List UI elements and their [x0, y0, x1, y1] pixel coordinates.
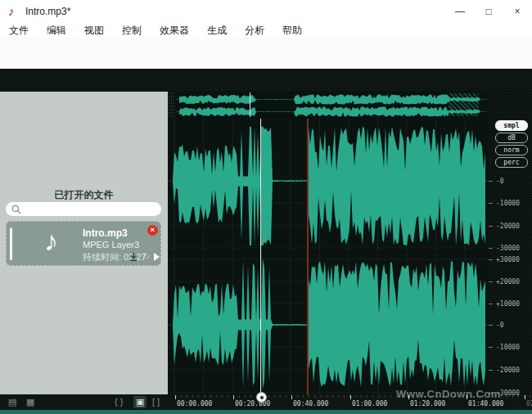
axis-tick [489, 347, 493, 348]
search-input[interactable] [25, 204, 159, 215]
ruler-minor-tick [187, 395, 187, 398]
axis-label: +10000 [496, 300, 520, 308]
ruler-minor-tick [338, 395, 339, 398]
menu-item-7[interactable]: 帮助 [273, 23, 311, 38]
ruler-label: 00:20.000 [235, 400, 270, 407]
braces-view-icon[interactable]: { } [115, 396, 123, 408]
watermark-text: Www.CnDown.Com [396, 388, 501, 400]
ruler-minor-tick [512, 395, 513, 398]
scale-button-norm[interactable]: norm [495, 145, 528, 155]
ruler-minor-tick [181, 395, 182, 398]
ruler-minor-tick [286, 395, 286, 398]
file-card[interactable]: ♪ Intro.mp3 MPEG Layer3 持续时间: 02:27 × ↻ [6, 221, 161, 266]
main-waveform[interactable] [168, 119, 489, 395]
ruler-minor-tick [198, 395, 199, 398]
menu-item-2[interactable]: 视图 [75, 23, 113, 38]
axis-label: -20000 [496, 367, 520, 374]
brackets-view-icon[interactable]: [ ] [152, 396, 160, 408]
window-title: Intro.mp3* [25, 6, 70, 17]
axis-label: -10000 [496, 200, 520, 207]
app-logo-icon: ♪ [8, 4, 15, 18]
axis-tick [489, 248, 493, 249]
file-note-icon: ♪ [44, 225, 58, 257]
preview-panel-icon[interactable]: ▣ [133, 396, 147, 408]
ruler-minor-tick [332, 395, 333, 398]
file-name: Intro.mp3 [83, 227, 128, 239]
close-button[interactable]: × [503, 0, 531, 23]
minimize-button[interactable]: — [446, 0, 474, 23]
ruler-minor-tick [239, 395, 240, 398]
bottom-status-bar: ▤▦{ }▣[ ] [0, 394, 168, 410]
ruler-label: 01:40.000 [468, 400, 503, 407]
ruler-minor-tick [210, 395, 211, 398]
search-box[interactable] [6, 202, 161, 216]
menu-item-6[interactable]: 分析 [236, 23, 273, 38]
axis-label: -30000 [496, 245, 520, 252]
ruler-minor-tick [245, 395, 246, 398]
axis-tick [489, 226, 493, 227]
menu-bar: 文件编辑视图控制效果器生成分析帮助 [0, 23, 532, 38]
axis-tick [489, 259, 493, 260]
close-file-button[interactable]: × [147, 225, 158, 236]
window-bottom-strip [0, 410, 532, 414]
ruler-minor-tick [297, 395, 298, 398]
ruler-minor-tick [228, 395, 228, 398]
ruler-minor-tick [321, 395, 322, 398]
menu-item-5[interactable]: 生成 [198, 23, 236, 38]
app-window: ♪ Intro.mp3* —□× 文件编辑视图控制效果器生成分析帮助 [0, 0, 532, 414]
playhead-line[interactable] [260, 119, 261, 395]
file-play-icon[interactable] [154, 253, 160, 261]
waveform-area[interactable]: smpldBnormperc-0-10000-20000-30000+30000… [168, 92, 532, 395]
scale-button-perc[interactable]: perc [495, 157, 528, 168]
axis-tick [489, 203, 493, 204]
ruler-major-tick [175, 395, 176, 399]
files-sidebar: 已打开的文件 ♪ Intro.mp3 MPEG Layer3 持续时间: 02:… [0, 92, 168, 394]
scale-button-smpl[interactable]: smpl [495, 120, 528, 131]
maximize-button[interactable]: □ [475, 0, 503, 23]
axis-label: -10000 [496, 344, 520, 351]
sidebar-header: 已打开的文件 [0, 188, 168, 202]
ruler-major-tick [291, 395, 292, 399]
ruler-minor-tick [385, 395, 385, 398]
axis-tick [489, 304, 493, 304]
ruler-minor-tick [379, 395, 380, 398]
axis-label: -20000 [496, 223, 520, 230]
ruler-major-tick [233, 395, 234, 399]
ruler-major-tick [350, 395, 351, 399]
axis-label: -0 [496, 178, 504, 185]
overview-waveform[interactable] [174, 92, 489, 118]
axis-label: -0 [496, 322, 504, 329]
ruler-minor-tick [327, 395, 327, 398]
file-list-icon[interactable]: ▤ [8, 396, 16, 408]
menu-item-0[interactable]: 文件 [0, 23, 38, 38]
red-marker-line[interactable] [307, 119, 309, 395]
ruler-minor-tick [530, 395, 530, 398]
menu-item-4[interactable]: 效果器 [151, 23, 198, 38]
clip-list-icon[interactable]: ▦ [26, 396, 34, 408]
file-loop-icon[interactable]: ↻ [142, 251, 150, 262]
scale-button-dB[interactable]: dB [495, 133, 528, 143]
playhead-pin[interactable] [256, 392, 267, 403]
ruler-minor-tick [355, 395, 356, 398]
transport-toolbar: i 44.1 kHz stereo -0000:00:54.460 [0, 38, 532, 70]
download-icon[interactable] [128, 251, 139, 263]
ruler-label: 00:40.000 [293, 400, 328, 407]
menu-item-3[interactable]: 控制 [113, 23, 151, 38]
axis-tick [489, 370, 493, 371]
search-icon [11, 204, 22, 215]
file-selected-indicator [10, 227, 12, 260]
ruler-minor-tick [303, 395, 304, 398]
ruler-minor-tick [250, 395, 251, 398]
ruler-minor-tick [274, 395, 275, 398]
ruler-minor-tick [367, 395, 367, 398]
ruler-label: 02:00.000 [526, 400, 532, 407]
overview-playhead[interactable] [250, 92, 250, 117]
amplitude-axis[interactable]: smpldBnormperc-0-10000-20000-30000+30000… [489, 92, 532, 395]
overview-hatch-region [449, 93, 479, 116]
menu-item-1[interactable]: 编辑 [38, 23, 75, 38]
ruler-minor-tick [314, 395, 315, 398]
ruler-minor-tick [372, 395, 373, 398]
edit-toolbar: ♪ [0, 69, 532, 92]
ruler-label: 00:00.000 [177, 400, 212, 407]
ruler-minor-tick [192, 395, 193, 398]
